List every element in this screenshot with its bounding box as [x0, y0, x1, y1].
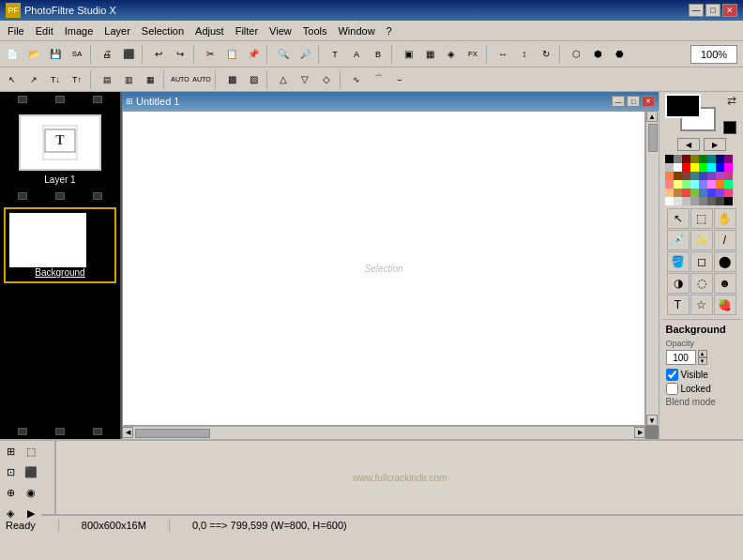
- palette-color-22[interactable]: [716, 172, 724, 180]
- close-button[interactable]: ✕: [722, 4, 737, 17]
- brush3-button[interactable]: T↓: [45, 69, 66, 90]
- pattern1-button[interactable]: ▩: [221, 69, 242, 90]
- palette-color-21[interactable]: [707, 172, 716, 180]
- btool-6[interactable]: ◉: [21, 482, 41, 503]
- palette-color-9[interactable]: [674, 163, 682, 172]
- maximize-button[interactable]: □: [705, 4, 720, 17]
- visible-checkbox[interactable]: [666, 369, 678, 381]
- btool-1[interactable]: ⊞: [0, 441, 21, 462]
- palette-color-11[interactable]: [690, 163, 699, 172]
- palette-color-43[interactable]: [690, 197, 699, 205]
- palette-color-37[interactable]: [707, 189, 716, 197]
- redo-button[interactable]: ↪: [170, 44, 190, 65]
- palette-next-btn[interactable]: ▶: [704, 138, 726, 151]
- palette-color-44[interactable]: [699, 197, 707, 205]
- filter1-button[interactable]: ▣: [398, 44, 418, 65]
- brush2-button[interactable]: ↗: [23, 69, 44, 90]
- palette-prev-btn[interactable]: ◀: [677, 138, 700, 151]
- opacity-down[interactable]: ▼: [698, 357, 707, 365]
- palette-color-19[interactable]: [690, 172, 699, 180]
- palette-color-27[interactable]: [690, 180, 699, 189]
- scroll-right-btn[interactable]: ▶: [634, 427, 645, 438]
- wave3-button[interactable]: ⌣: [389, 69, 410, 90]
- palette-color-30[interactable]: [716, 180, 724, 189]
- pattern2-button[interactable]: ▨: [243, 69, 264, 90]
- extra1-button[interactable]: ⬡: [566, 44, 586, 65]
- special-tool[interactable]: 🍓: [714, 295, 736, 315]
- menu-window[interactable]: Window: [332, 23, 380, 38]
- palette-color-33[interactable]: [674, 189, 682, 197]
- scroll-left-btn[interactable]: ◀: [122, 427, 133, 438]
- palette-color-14[interactable]: [716, 163, 724, 172]
- zoom-in-button[interactable]: 🔍: [273, 44, 294, 65]
- menu-view[interactable]: View: [264, 23, 297, 38]
- menu-image[interactable]: Image: [59, 23, 99, 38]
- copy-button[interactable]: 📋: [221, 44, 242, 65]
- palette-color-15[interactable]: [724, 163, 733, 172]
- blur-tool[interactable]: ◌: [690, 273, 713, 294]
- shape1-button[interactable]: △: [273, 69, 294, 90]
- palette-color-41[interactable]: [674, 197, 682, 205]
- menu-help[interactable]: ?: [381, 23, 398, 38]
- palette-color-13[interactable]: [707, 163, 716, 172]
- doc-maximize-btn[interactable]: □: [627, 96, 640, 107]
- eyedropper-tool[interactable]: 💉: [667, 230, 690, 250]
- palette-color-28[interactable]: [699, 180, 707, 189]
- brush4-button[interactable]: T↑: [67, 69, 87, 90]
- auto2-button[interactable]: AUTO: [191, 69, 212, 90]
- bucket-tool[interactable]: 🪣: [667, 251, 690, 272]
- btool-2[interactable]: ⬚: [21, 441, 41, 462]
- save-as-button[interactable]: SA: [67, 44, 87, 65]
- menu-file[interactable]: File: [2, 23, 30, 38]
- stamp-tool[interactable]: ⬤: [714, 251, 736, 272]
- brush1-button[interactable]: ↖: [2, 69, 23, 90]
- grid3-button[interactable]: ▦: [140, 69, 160, 90]
- canvas-scrollbar-v[interactable]: ▲ ▼: [645, 111, 659, 426]
- canvas-scrollbar-h[interactable]: ◀ ▶: [122, 426, 645, 439]
- eraser-tool[interactable]: ◻: [690, 251, 713, 272]
- text-tool[interactable]: T: [667, 295, 690, 315]
- extra3-button[interactable]: ⬣: [609, 44, 629, 65]
- extra2-button[interactable]: ⬢: [587, 44, 608, 65]
- layer-item-1[interactable]: T Layer 1: [0, 107, 120, 189]
- shape2-button[interactable]: ▽: [295, 69, 315, 90]
- scroll-up-btn[interactable]: ▲: [646, 111, 658, 122]
- new-button[interactable]: 📄: [2, 44, 23, 65]
- palette-color-36[interactable]: [699, 189, 707, 197]
- zoom-out-button[interactable]: 🔎: [295, 44, 315, 65]
- smudge-tool[interactable]: ☻: [714, 273, 736, 294]
- locked-checkbox[interactable]: [666, 383, 678, 395]
- palette-color-18[interactable]: [682, 172, 690, 180]
- palette-color-0[interactable]: [665, 155, 674, 163]
- palette-color-47[interactable]: [724, 197, 733, 205]
- doc-minimize-btn[interactable]: —: [612, 96, 625, 107]
- palette-color-42[interactable]: [682, 197, 690, 205]
- tool3-button[interactable]: B: [368, 44, 388, 65]
- palette-color-10[interactable]: [682, 163, 690, 172]
- print-button[interactable]: 🖨: [97, 44, 117, 65]
- palette-color-2[interactable]: [682, 155, 690, 163]
- btool-3[interactable]: ⊡: [0, 462, 21, 482]
- palette-color-32[interactable]: [665, 189, 674, 197]
- menu-filter[interactable]: Filter: [230, 23, 264, 38]
- opacity-up[interactable]: ▲: [698, 350, 707, 357]
- palette-color-20[interactable]: [699, 172, 707, 180]
- foreground-color-box[interactable]: [665, 94, 701, 118]
- flip-v-button[interactable]: ↕: [514, 44, 535, 65]
- select-tool[interactable]: ↖: [667, 208, 690, 229]
- shape3-button[interactable]: ◇: [316, 69, 337, 90]
- btool-4[interactable]: ⬛: [21, 462, 41, 482]
- wave1-button[interactable]: ∿: [346, 69, 367, 90]
- palette-color-40[interactable]: [665, 197, 674, 205]
- palette-color-7[interactable]: [724, 155, 733, 163]
- palette-color-34[interactable]: [682, 189, 690, 197]
- grid1-button[interactable]: ▤: [97, 69, 117, 90]
- print2-button[interactable]: ⬛: [118, 44, 139, 65]
- palette-color-38[interactable]: [716, 189, 724, 197]
- palette-color-24[interactable]: [665, 180, 674, 189]
- move-tool[interactable]: ✋: [714, 208, 736, 229]
- wave2-button[interactable]: ⌒: [368, 69, 388, 90]
- grid2-button[interactable]: ▥: [118, 69, 139, 90]
- palette-color-12[interactable]: [699, 163, 707, 172]
- palette-color-6[interactable]: [716, 155, 724, 163]
